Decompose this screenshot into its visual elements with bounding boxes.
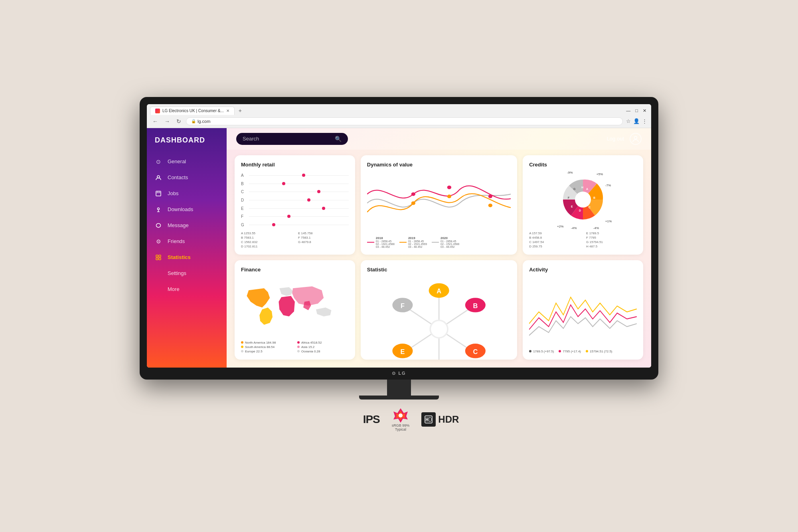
search-placeholder: Search (243, 136, 331, 142)
svg-text:H: H (581, 186, 583, 189)
url-bar[interactable]: 🔒 lg.com (186, 117, 623, 125)
win-minimize-button[interactable]: — (624, 108, 632, 114)
settings-icon (155, 270, 162, 277)
message-icon (155, 222, 162, 229)
tab-title: LG Electronics UK | Consumer &... (162, 109, 224, 113)
win-maximize-button[interactable]: □ (634, 108, 640, 114)
svg-text:D: D (579, 209, 581, 212)
credits-title: Credits (529, 162, 637, 168)
statistics-icon (155, 254, 162, 261)
dynamics-chart (367, 172, 511, 235)
credits-chart: +5% -7% -9% +2% -4% -4% +1% (529, 172, 637, 229)
sidebar-label-friends: Friends (168, 238, 185, 244)
srgb-text: sRGB 99%Typical (392, 423, 410, 431)
svg-text:C: C (473, 348, 478, 355)
svg-rect-4 (159, 255, 161, 257)
dot-row-c: C (241, 189, 349, 195)
monthly-retail-chart: A B C D (241, 172, 349, 229)
sidebar-item-downloads[interactable]: Downloads (147, 202, 227, 217)
svg-text:E: E (400, 348, 405, 355)
url-text: lg.com (198, 119, 210, 124)
forward-button[interactable]: → (163, 117, 172, 125)
tab-close-icon[interactable]: ✕ (226, 109, 229, 113)
profile-icon[interactable]: 👤 (633, 118, 640, 124)
new-tab-button[interactable]: + (236, 107, 244, 115)
monitor-stand-base (359, 396, 439, 399)
dot-row-g: G (241, 222, 349, 228)
activity-legend-2: 7795 (+17.4) (563, 350, 581, 353)
hdr-badge: HDR (421, 412, 459, 427)
svg-text:F: F (568, 196, 570, 199)
sidebar-label-jobs: Jobs (168, 190, 178, 196)
monthly-retail-title: Monthly retail (241, 162, 349, 168)
ips-label: IPS (363, 413, 380, 426)
dot-row-a: A (241, 172, 349, 179)
sidebar-item-settings[interactable]: Settings (147, 266, 227, 281)
tab-favicon (155, 109, 160, 113)
lock-icon: 🔒 (191, 119, 196, 123)
svg-point-0 (157, 176, 160, 178)
refresh-button[interactable]: ↻ (175, 117, 183, 125)
monitor: LG Electronics UK | Consumer &... ✕ + — … (140, 97, 658, 380)
svg-point-7 (634, 136, 637, 139)
sidebar-item-friends[interactable]: ⚙ Friends (147, 234, 227, 249)
dynamics-title: Dynamics of value (367, 162, 511, 168)
card-activity: Activity (523, 260, 643, 360)
statistic-chart: A B C D (367, 277, 511, 360)
statistic-title: Statistic (367, 267, 511, 273)
dynamics-legend: 2018 01 - 2858.45 02 - 1921.4588 03 - 48… (367, 236, 511, 248)
browser-tabs: LG Electronics UK | Consumer &... ✕ + — … (147, 104, 651, 115)
card-finance: Finance (235, 260, 355, 360)
sidebar-item-jobs[interactable]: Jobs (147, 186, 227, 201)
sidebar-item-message[interactable]: Message (147, 218, 227, 233)
sidebar-title: DASHBOARD (147, 136, 227, 154)
svg-point-13 (488, 204, 492, 207)
back-button[interactable]: ← (151, 117, 160, 125)
svg-point-8 (411, 192, 415, 196)
sidebar-nav: ⊙ General Contacts (147, 154, 227, 360)
friends-icon: ⚙ (155, 238, 162, 245)
sidebar-item-general[interactable]: ⊙ General (147, 154, 227, 169)
svg-point-14 (575, 192, 591, 208)
user-avatar[interactable] (630, 133, 642, 145)
win-close-button[interactable]: ✕ (641, 108, 648, 114)
dot-row-d: D (241, 197, 349, 203)
jobs-icon (155, 190, 162, 197)
sidebar-item-more[interactable]: More (147, 282, 227, 297)
more-icon (155, 286, 162, 293)
cards-grid: Monthly retail A B C (227, 150, 651, 368)
svg-point-10 (488, 194, 492, 198)
card-statistic: Statistic (361, 260, 517, 360)
svg-point-11 (411, 201, 415, 205)
sidebar-item-contacts[interactable]: Contacts (147, 170, 227, 185)
svg-text:A: A (586, 188, 588, 190)
logout-button[interactable]: Log out (607, 136, 624, 142)
general-icon: ⊙ (155, 158, 162, 165)
svg-point-29 (430, 320, 448, 338)
svg-text:F: F (401, 302, 405, 309)
browser-tab-active[interactable]: LG Electronics UK | Consumer &... ✕ (150, 107, 235, 115)
srgb-icon (393, 407, 409, 423)
sidebar-label-settings: Settings (168, 270, 186, 276)
bottom-bar: IPS sRGB 99%Typical HDR (339, 399, 459, 435)
finance-map (241, 277, 349, 338)
card-credits: Credits +5% -7% -9% +2% -4% -4% (523, 155, 643, 255)
finance-title: Finance (241, 267, 349, 273)
sidebar-label-message: Message (168, 222, 189, 228)
browser-addressbar: ← → ↻ 🔒 lg.com ☆ 👤 ⋮ (147, 115, 651, 128)
lg-logo: ⊙ LG (392, 371, 406, 376)
svg-text:G: G (573, 188, 576, 190)
sidebar-item-statistics[interactable]: Statistics (147, 250, 227, 265)
svg-point-42 (399, 413, 403, 417)
svg-text:C: C (589, 206, 591, 209)
sidebar-label-contacts: Contacts (168, 174, 188, 180)
svg-point-2 (158, 208, 160, 210)
card-dynamics: Dynamics of value (361, 155, 517, 255)
srgb-badge: sRGB 99%Typical (392, 407, 410, 431)
dot-row-f: F (241, 214, 349, 220)
menu-icon[interactable]: ⋮ (642, 118, 647, 124)
star-icon[interactable]: ☆ (626, 118, 631, 124)
search-icon[interactable]: 🔍 (335, 136, 342, 142)
header-actions: Log out (607, 133, 642, 145)
search-bar[interactable]: Search 🔍 (236, 133, 348, 145)
